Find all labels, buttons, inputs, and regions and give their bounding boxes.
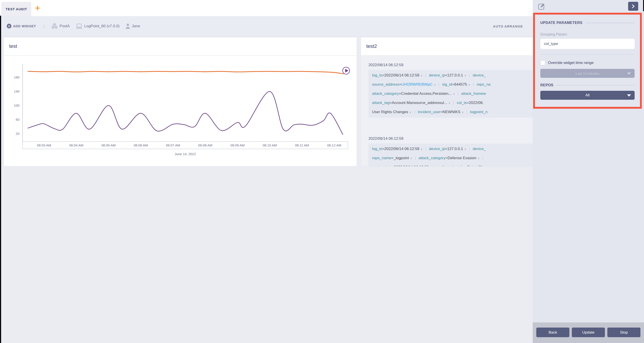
pencil-square-icon: [538, 2, 546, 10]
log-field-pair[interactable]: collected_at=LogPoint_60∨: [438, 165, 486, 166]
svg-text:180: 180: [14, 75, 20, 79]
section-divider: [540, 54, 634, 55]
device-selector[interactable]: LogPoint_60 (v7.0.0): [76, 23, 120, 29]
panel-title: UPDATE PARAMETERS: [540, 21, 582, 25]
log-field-pair[interactable]: device_: [472, 147, 486, 151]
log-field-pair[interactable]: source_address=UHI2RWREBWpC∨: [372, 82, 436, 87]
collapse-sidebar-button[interactable]: [628, 2, 638, 11]
svg-text:June 14, 2022: June 14, 2022: [174, 152, 196, 156]
add-widget-button[interactable]: + ADD WIDGET: [7, 24, 36, 29]
svg-text:20: 20: [16, 132, 20, 136]
tab-label: TEST AUDIT: [6, 7, 27, 11]
log-field-pair[interactable]: incident_user=NEWNIKS∨: [418, 110, 464, 114]
repos-title: REPOS: [540, 83, 554, 87]
device-label: LogPoint_60 (v7.0.0): [84, 24, 120, 29]
plus-circle-icon: +: [7, 24, 12, 29]
update-parameters-panel: UPDATE PARAMETERS Grouping Param: Overri…: [533, 13, 642, 109]
log-field-pair[interactable]: User Rights Changes∨: [372, 110, 412, 114]
pool-label: PoolA: [60, 24, 70, 29]
log-field-pair[interactable]: repo_na: [477, 82, 490, 87]
caret-down-icon: [627, 94, 631, 97]
log-field-pair[interactable]: device_ip=127.0.0.1∨: [429, 73, 466, 77]
auto-arrange-button[interactable]: AUTO ARRANGE: [493, 16, 523, 36]
window-edge-right: [643, 0, 644, 11]
log-fields: log_ts=2022/06/14 06:12:59∨|device_ip=12…: [368, 144, 536, 166]
svg-text:06:03 AM: 06:03 AM: [37, 143, 51, 147]
svg-text:06:11 AM: 06:11 AM: [295, 143, 309, 147]
panel-header: UPDATE PARAMETERS: [540, 21, 634, 25]
log-timestamp: 2022/06/14 06:12:59: [368, 136, 540, 141]
svg-text:06:06 AM: 06:06 AM: [134, 143, 148, 147]
override-time-range-checkbox[interactable]: [540, 60, 545, 65]
grouping-param-label: Grouping Param:: [540, 33, 634, 37]
sidebar-footer: Back Update Stop: [533, 322, 644, 343]
play-circle-icon: [342, 66, 350, 75]
log-field-pair[interactable]: attack_category=Credential Access,Persis…: [372, 92, 455, 96]
log-fields: log_ts=2022/06/14 06:12:59∨|device_ip=12…: [368, 70, 536, 118]
add-tab-button[interactable]: +: [32, 1, 42, 15]
timeline-chart: 180140100602006:03 AM06:04 AM06:05 AM06:…: [4, 56, 357, 166]
override-time-range-row: Override widget time range: [540, 60, 634, 65]
stop-button[interactable]: Stop: [607, 327, 640, 337]
user-item[interactable]: Jane: [125, 23, 140, 29]
laptop-icon: [76, 23, 83, 29]
time-range-value: Last 10 minutes: [576, 72, 599, 75]
svg-text:06:07 AM: 06:07 AM: [166, 143, 180, 147]
log-field-pair[interactable]: repo_name=_logpoint∨: [372, 156, 412, 160]
line-chart-svg: 180140100602006:03 AM06:04 AM06:05 AM06:…: [4, 56, 357, 166]
log-field-pair[interactable]: log_ts=2022/06/14 06:12:59∨: [372, 147, 422, 151]
repos-value: All: [586, 93, 590, 98]
svg-text:06:08 AM: 06:08 AM: [198, 143, 212, 147]
log-field-pair[interactable]: col_ts=2022/06/14 06:12:59∨: [382, 165, 432, 166]
log-field-pair[interactable]: device_: [472, 73, 486, 77]
cubes-icon: [51, 23, 58, 30]
widget-test2-title: test2: [361, 37, 540, 56]
svg-text:06:10 AM: 06:10 AM: [262, 143, 277, 147]
widget-test: test 180140100602006:03 AM06:04 AM06:05 …: [4, 37, 357, 166]
override-time-range-label: Override widget time range: [548, 61, 594, 65]
svg-text:06:04 AM: 06:04 AM: [69, 143, 83, 147]
back-button[interactable]: Back: [536, 327, 569, 337]
svg-text:100: 100: [14, 104, 20, 107]
log-field-pair[interactable]: attack_category=Defense Evasion∨: [418, 156, 480, 160]
update-button[interactable]: Update: [572, 327, 605, 337]
plus-icon: +: [35, 3, 40, 13]
repos-header: REPOS: [540, 83, 634, 87]
log-field-pair[interactable]: log_ts=2022/06/14 06:12:59∨: [372, 73, 422, 77]
log-field-pair[interactable]: device_ip=127.0.0.1∨: [429, 147, 466, 151]
caret-down-icon: [627, 73, 631, 75]
log-field-pair[interactable]: logpoint_n: [470, 110, 487, 114]
window-edge-left: [0, 16, 1, 343]
svg-text:06:05 AM: 06:05 AM: [102, 143, 116, 147]
log-field-pair[interactable]: attack_tag=Account Mansource_addressul..…: [372, 101, 450, 105]
time-range-dropdown[interactable]: Last 10 minutes: [540, 69, 634, 78]
svg-text:06:12 AM: 06:12 AM: [327, 143, 341, 147]
grouping-param-input[interactable]: [540, 39, 634, 49]
log-field-pair[interactable]: col_ts=2022/06.: [457, 101, 484, 105]
pool-selector[interactable]: PoolA: [51, 23, 70, 30]
widget-test-title: test: [4, 37, 357, 56]
log-entry: 2022/06/14 06:12:59log_ts=2022/06/14 06:…: [368, 136, 540, 166]
toolbar-divider: |: [44, 24, 45, 29]
log-entry-list: 2022/06/14 06:12:59log_ts=2022/06/14 06:…: [361, 56, 540, 166]
person-icon: [125, 23, 130, 29]
header-rule: [586, 23, 634, 23]
log-field-pair[interactable]: attack_framew: [461, 92, 486, 96]
tab-test-audit[interactable]: TEST AUDIT: [1, 2, 31, 16]
widget-test2: test2 2022/06/14 06:12:59log_ts=2022/06/…: [361, 37, 541, 166]
log-entry: 2022/06/14 06:12:59log_ts=2022/06/14 06:…: [368, 63, 540, 118]
parameters-sidebar: UPDATE PARAMETERS Grouping Param: Overri…: [533, 0, 644, 343]
add-widget-label: ADD WIDGET: [13, 24, 36, 28]
log-field-pair[interactable]: sig_id=644575∨: [442, 82, 470, 87]
svg-text:140: 140: [14, 89, 20, 93]
edit-dashboard-button[interactable]: [538, 2, 546, 10]
play-button[interactable]: [342, 66, 350, 75]
repos-dropdown[interactable]: All: [540, 91, 634, 100]
svg-text:06:09 AM: 06:09 AM: [230, 143, 244, 147]
user-label: Jane: [132, 24, 140, 29]
log-timestamp: 2022/06/14 06:12:59: [368, 63, 540, 67]
chevron-right-icon: [631, 4, 635, 9]
svg-text:60: 60: [16, 118, 20, 121]
